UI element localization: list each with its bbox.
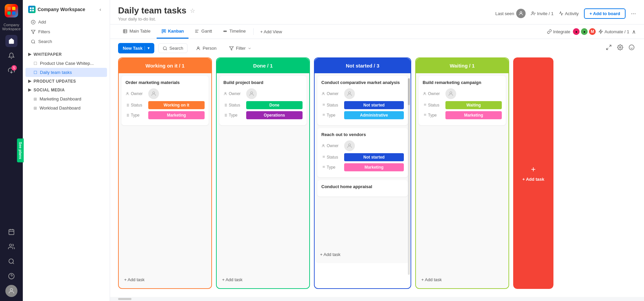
svg-line-11 [13, 263, 14, 264]
filter-button[interactable]: Filter [225, 43, 256, 53]
board-subtitle: Your daily to-do list. [118, 16, 195, 22]
emoji-button[interactable] [627, 43, 636, 53]
svg-rect-1 [12, 7, 15, 10]
integrate-button[interactable]: Integrate [547, 29, 570, 34]
sidebar-item-marketing-dashboard[interactable]: ⊞ Marketing Dashboard [25, 94, 107, 103]
task-card-reach-vendors[interactable]: Reach out to vendors Owner St [317, 128, 408, 177]
add-task-waiting-button[interactable]: + Add task [416, 274, 447, 286]
task-field-type: Type Operations [223, 111, 303, 119]
tab-gantt[interactable]: Gantt [190, 25, 217, 39]
sidebar-item-product-use-case[interactable]: ☐ Product Use Case Whitep... [25, 59, 107, 68]
collapse-button[interactable]: ∧ [632, 29, 636, 35]
task-card-home-appraisal[interactable]: Conduct home appraisal [317, 180, 408, 197]
column-working-body: Order marketing materials Owner [119, 73, 211, 273]
person-filter-button[interactable]: Person [192, 43, 221, 53]
add-to-board-button[interactable]: + Add to board [584, 8, 626, 19]
add-task-done-button[interactable]: + Add task [217, 274, 248, 286]
svg-point-14 [10, 289, 12, 291]
svg-point-70 [225, 92, 226, 94]
nav-search-icon[interactable] [5, 255, 17, 267]
sidebar-item-workload-dashboard[interactable]: ⊞ Workload Dashboard [25, 103, 107, 113]
fullscreen-button[interactable] [604, 43, 613, 53]
task-type-value[interactable]: Marketing [148, 111, 205, 119]
add-view-button[interactable]: + Add View [256, 26, 286, 38]
task-type-value[interactable]: Marketing [344, 163, 404, 171]
add-task-working-button[interactable]: + Add task [119, 274, 150, 286]
task-card-build-project[interactable]: Build project board Owner Sta [219, 76, 307, 125]
sidebar-nav: WHITEPAPER ☐ Product Use Case Whitep... … [23, 47, 110, 301]
column-not-started: Not started / 3 Conduct comparative mark… [314, 57, 411, 289]
kanban-toolbar: New Task ▾ Search Person Filter [110, 39, 644, 57]
task-field-owner: Owner [321, 88, 404, 99]
task-status-value[interactable]: Working on it [148, 101, 205, 109]
new-task-dropdown-arrow[interactable]: ▾ [145, 46, 150, 50]
header-actions: Last seen Invite / 1 Activity + Add to b… [495, 8, 636, 19]
new-task-button[interactable]: New Task ▾ [118, 43, 154, 53]
type-badge-operations: Operations [246, 111, 303, 119]
svg-point-92 [424, 92, 425, 94]
scroll-track [408, 78, 410, 275]
type-label: Type [223, 113, 244, 118]
task-card-order-marketing[interactable]: Order marketing materials Owner [121, 76, 209, 125]
svg-point-48 [198, 47, 199, 48]
tabs-right-actions: Integrate ● ● M Automate / 1 ∧ [547, 28, 636, 35]
task-status-value[interactable]: Waiting [445, 101, 502, 109]
star-icon[interactable]: ☆ [190, 7, 195, 14]
task-type-value[interactable]: Operations [246, 111, 303, 119]
sidebar-section-whitepaper[interactable]: WHITEPAPER [23, 50, 110, 59]
activity-button[interactable]: Activity [559, 11, 579, 16]
task-title: Build project board [223, 80, 303, 85]
sidebar-section-product-updates[interactable]: PRODUCT UPDATES [23, 77, 110, 86]
column-not-started-body: Conduct comparative market analysis Owne… [315, 73, 411, 248]
type-label: Type [321, 113, 341, 118]
add-task-not-started-button[interactable]: + Add task [315, 249, 346, 260]
task-type-value[interactable]: Marketing [445, 111, 502, 119]
nav-bell-icon[interactable] [5, 50, 17, 62]
search-toolbar-button[interactable]: Search [158, 43, 187, 53]
app-logo[interactable] [5, 4, 18, 17]
sidebar-item-daily-team-tasks[interactable]: ☐ Daily team tasks [25, 68, 107, 77]
owner-avatar [344, 140, 355, 151]
settings-icon[interactable] [616, 43, 625, 53]
svg-point-23 [32, 40, 35, 43]
nav-download-icon[interactable]: 5 [5, 64, 17, 77]
filters-button[interactable]: Filters [28, 27, 104, 36]
tab-kanban[interactable]: Kanban [157, 25, 189, 39]
task-title: Conduct comparative market analysis [321, 80, 404, 85]
tab-main-table[interactable]: Main Table [118, 25, 155, 39]
task-card-market-analysis[interactable]: Conduct comparative market analysis Owne… [317, 76, 408, 125]
status-badge-working: Working on it [148, 101, 205, 109]
sidebar: Company Workspace ‹ Add Filters Search W… [23, 0, 110, 301]
automate-button[interactable]: Automate / 1 [598, 29, 629, 34]
sidebar-collapse-button[interactable]: ‹ [96, 5, 104, 13]
sidebar-section-social-media[interactable]: SOCIAL MEDIA [23, 86, 110, 94]
task-type-value[interactable]: Administrative [344, 111, 404, 119]
svg-point-87 [348, 144, 351, 146]
svg-point-52 [620, 47, 621, 48]
invite-button[interactable]: Invite / 1 [531, 11, 553, 16]
user-avatar[interactable] [5, 285, 17, 297]
task-status-value[interactable]: Not started [344, 153, 404, 161]
task-status-value[interactable]: Done [246, 101, 303, 109]
nav-people-icon[interactable] [5, 241, 17, 253]
nav-home-icon[interactable] [5, 35, 17, 47]
add-column-button[interactable]: + + Add task [513, 57, 553, 289]
task-status-value[interactable]: Not started [344, 101, 404, 109]
more-options-button[interactable]: ··· [631, 10, 636, 17]
bottom-scrollbar[interactable] [110, 297, 644, 301]
owner-label: Owner [125, 91, 146, 96]
add-task-column-label: + Add task [522, 177, 544, 182]
svg-rect-17 [30, 10, 32, 11]
see-plans-button[interactable]: See plans [17, 138, 23, 162]
tab-timeline[interactable]: Timeline [218, 25, 251, 39]
download-badge: 5 [11, 65, 17, 71]
svg-point-28 [520, 12, 522, 13]
search-sidebar-button[interactable]: Search [28, 37, 104, 46]
column-done-header: Done / 1 [217, 58, 309, 73]
task-card-remarketing[interactable]: Build remarketing campaign Owner [419, 76, 506, 125]
add-item-button[interactable]: Add [28, 17, 104, 27]
nav-question-icon[interactable] [5, 270, 17, 282]
sidebar-actions: Add Filters Search [23, 16, 110, 47]
horizontal-scroll-thumb [118, 298, 131, 300]
nav-calendar-icon[interactable] [5, 226, 17, 238]
